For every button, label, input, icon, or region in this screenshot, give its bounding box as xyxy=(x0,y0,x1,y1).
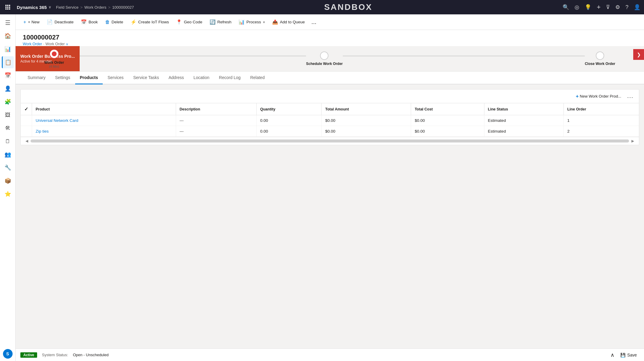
products-table-card: + New Work Order Prod... ... ✓ xyxy=(20,89,639,145)
page-dropdown-icon[interactable]: ∨ xyxy=(66,42,68,46)
col-line-order: Line Order xyxy=(563,103,639,115)
new-product-plus-icon: + xyxy=(576,94,578,99)
brand-chevron: ∨ xyxy=(49,5,51,9)
save-label: Save xyxy=(627,353,637,357)
tab-location[interactable]: Location xyxy=(189,72,214,84)
add-icon[interactable]: + xyxy=(597,3,601,11)
sidebar-item-contacts[interactable]: 👤 xyxy=(2,83,14,95)
sidebar-item-accounts[interactable]: 👥 xyxy=(2,148,14,160)
refresh-icon: 🔄 xyxy=(210,19,216,25)
breadcrumb-section[interactable]: Work Orders xyxy=(84,5,106,10)
book-button[interactable]: 📅 Book xyxy=(78,17,101,27)
search-icon[interactable]: 🔍 xyxy=(563,4,569,10)
stage-circle-workorder xyxy=(49,49,59,59)
expand-icon[interactable]: ∧ xyxy=(610,352,614,358)
tab-address[interactable]: Address xyxy=(164,72,189,84)
status-right: ∧ 💾 Save xyxy=(610,351,639,359)
task-icon[interactable]: ◎ xyxy=(575,4,579,10)
sidebar-item-reports[interactable]: 🗒 xyxy=(2,135,14,147)
record-id: 1000000027 xyxy=(23,34,637,41)
notification-icon[interactable]: 💡 xyxy=(585,4,591,10)
delete-button[interactable]: 🗑 Delete xyxy=(102,18,126,27)
brand[interactable]: Dynamics 365 ∨ xyxy=(17,5,51,10)
tab-service-tasks[interactable]: Service Tasks xyxy=(128,72,164,84)
row1-total-cost: $0.00 xyxy=(411,115,484,126)
col-product: Product xyxy=(32,103,176,115)
brand-name: Dynamics 365 xyxy=(17,5,47,10)
scroll-left-arrow[interactable]: ◀ xyxy=(24,139,29,143)
user-avatar[interactable]: S xyxy=(3,349,13,359)
stage-label-schedule: Schedule Work Order xyxy=(306,62,343,66)
scrollbar-track[interactable] xyxy=(31,139,629,142)
new-button[interactable]: + + New xyxy=(20,18,43,27)
row2-product-link[interactable]: Zip ties xyxy=(36,129,49,134)
sidebar-item-menu[interactable]: ☰ xyxy=(2,17,14,29)
page-breadcrumb: Work Order · Work Order ∨ xyxy=(23,42,637,46)
left-sidebar: ☰ 🏠 📊 📋 📅 👤 🧩 🖼 🛠 🗒 👥 🔧 📦 ⭐ S xyxy=(0,14,16,361)
sidebar-item-favorites[interactable]: ⭐ xyxy=(2,188,14,200)
filter-icon[interactable]: ⊽ xyxy=(606,4,610,10)
process-next-button[interactable]: ❯ xyxy=(633,49,644,60)
table-more-button[interactable]: ... xyxy=(625,92,635,101)
table-row: Universal Network Card --- 0.00 $0.00 $0… xyxy=(21,115,639,126)
stage-label-close: Close Work Order xyxy=(585,62,615,66)
col-checkbox[interactable]: ✓ xyxy=(21,103,32,115)
save-button[interactable]: 💾 Save xyxy=(618,351,639,359)
user-icon[interactable]: 👤 xyxy=(634,4,640,10)
page-type1[interactable]: Work Order xyxy=(23,42,42,46)
settings-icon[interactable]: ⚙ xyxy=(615,4,620,10)
row2-checkbox[interactable] xyxy=(21,126,32,137)
sidebar-item-assets[interactable]: 🖼 xyxy=(2,109,14,121)
row2-description: --- xyxy=(176,126,256,137)
new-product-button[interactable]: + New Work Order Prod... xyxy=(574,92,623,100)
process-stage-close[interactable]: Close Work Order xyxy=(585,51,615,66)
stage-sublabel-workorder: (4 Min) xyxy=(44,65,64,68)
row1-product-link[interactable]: Universal Network Card xyxy=(36,118,78,123)
process-stage-schedule[interactable]: Schedule Work Order xyxy=(306,51,343,66)
tab-record-log[interactable]: Record Log xyxy=(214,72,245,84)
deactivate-button[interactable]: 📄 Deactivate xyxy=(44,17,77,27)
process-dropdown-icon: ∨ xyxy=(263,20,265,24)
row1-product[interactable]: Universal Network Card xyxy=(32,115,176,126)
geo-code-button[interactable]: 📍 Geo Code xyxy=(173,17,205,27)
row2-product[interactable]: Zip ties xyxy=(32,126,176,137)
sidebar-item-home[interactable]: 🏠 xyxy=(2,30,14,42)
breadcrumb-module[interactable]: Field Service xyxy=(56,5,78,10)
help-icon[interactable]: ? xyxy=(625,4,628,10)
process-stage-workorder[interactable]: Work Order (4 Min) xyxy=(44,49,64,68)
main-layout: ☰ 🏠 📊 📋 📅 👤 🧩 🖼 🛠 🗒 👥 🔧 📦 ⭐ S + + New 📄 … xyxy=(0,14,644,361)
create-iot-button[interactable]: ⚡ Create IoT Flows xyxy=(128,17,172,27)
sidebar-item-calendar[interactable]: 📅 xyxy=(2,69,14,81)
sidebar-item-inventory[interactable]: 📦 xyxy=(2,175,14,187)
row1-checkbox[interactable] xyxy=(21,115,32,126)
tab-related[interactable]: Related xyxy=(246,72,269,84)
queue-icon: 📤 xyxy=(272,19,278,25)
refresh-button[interactable]: 🔄 Refresh xyxy=(207,17,234,27)
content-area: + + New 📄 Deactivate 📅 Book 🗑 Delete ⚡ C… xyxy=(16,14,644,361)
tab-services[interactable]: Services xyxy=(103,72,128,84)
stage-circle-close xyxy=(596,51,604,60)
tab-bar: Summary Settings Products Services Servi… xyxy=(16,72,644,84)
sidebar-item-wrench[interactable]: 🔧 xyxy=(2,162,14,174)
app-grid-icon[interactable] xyxy=(4,3,12,11)
connector-1 xyxy=(64,56,306,56)
breadcrumb-record[interactable]: 1000000027 xyxy=(112,5,134,10)
process-button[interactable]: 📊 Process ∨ xyxy=(236,17,268,27)
col-total-cost: Total Cost xyxy=(411,103,484,115)
sidebar-item-workorders[interactable]: 📋 xyxy=(2,56,14,68)
sandbox-title: SANDBOX xyxy=(139,2,558,12)
active-badge: Active xyxy=(20,352,37,358)
top-nav-icons: 🔍 ◎ 💡 + ⊽ ⚙ ? 👤 xyxy=(563,3,640,11)
add-to-queue-button[interactable]: 📤 Add to Queue xyxy=(269,17,308,27)
tab-products[interactable]: Products xyxy=(75,72,103,84)
sidebar-item-tools[interactable]: 🛠 xyxy=(2,122,14,134)
sidebar-item-resources[interactable]: 🧩 xyxy=(2,96,14,108)
tab-settings[interactable]: Settings xyxy=(50,72,75,84)
process-icon: 📊 xyxy=(239,19,245,25)
more-actions-button[interactable]: ... xyxy=(309,17,319,27)
tab-summary[interactable]: Summary xyxy=(23,72,50,84)
sidebar-item-dashboard[interactable]: 📊 xyxy=(2,43,14,55)
process-stages: Work Order (4 Min) Schedule Work Order xyxy=(26,49,633,68)
breadcrumb: Field Service > Work Orders > 1000000027 xyxy=(56,5,134,10)
scroll-right-arrow[interactable]: ▶ xyxy=(630,139,635,143)
